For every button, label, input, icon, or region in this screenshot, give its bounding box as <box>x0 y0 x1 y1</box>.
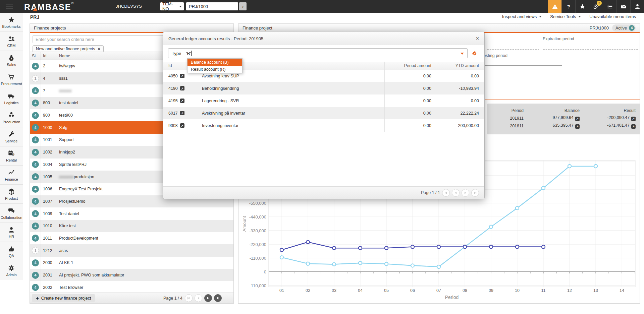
mail-icon <box>621 3 627 10</box>
sidebar-item-product[interactable]: Product <box>0 185 23 204</box>
sidebar-item-hr[interactable]: HR <box>0 223 23 242</box>
sidebar-item-rental[interactable]: $Rental <box>0 146 23 166</box>
pager-prev-button[interactable] <box>195 294 202 302</box>
menu-inspect-and-views[interactable]: Inspect and views <box>498 13 546 20</box>
sidebar-item-collaboration[interactable]: Collaboration <box>0 204 23 223</box>
column-header-period-amount[interactable]: Period amount <box>384 62 435 70</box>
expiration-period-field[interactable] <box>543 49 638 50</box>
column-header-st[interactable]: St <box>30 52 41 60</box>
pager-last-button[interactable] <box>214 294 222 302</box>
menu-icon[interactable] <box>6 4 13 10</box>
project-name: AI prosjekt. PWO som akkumulator <box>59 273 124 277</box>
status-badge: 4 <box>32 235 39 242</box>
menu-unavailable-menu-items[interactable]: Unavailable menu items <box>585 13 640 20</box>
topbar-star-button[interactable] <box>575 0 589 13</box>
sidebar-item-procurement[interactable]: Procurement <box>0 70 23 89</box>
text-cursor <box>191 51 192 56</box>
logo-registered-mark: ® <box>71 1 73 5</box>
sidebar-item-production[interactable]: Production <box>0 108 23 127</box>
gl-account-row-6017[interactable]: 6017↗Avskrivning på inventar0.0022,222.2… <box>163 107 484 119</box>
topbar-user-button[interactable] <box>630 0 644 13</box>
topbar-paperclip-button[interactable]: 2 <box>589 0 603 13</box>
pager-next-button[interactable] <box>462 189 469 197</box>
topbar-warning-button[interactable] <box>548 0 561 13</box>
menu-service-tools[interactable]: Service Tools <box>546 13 585 20</box>
table-row-2000[interactable]: 42000AI KK 1 <box>30 257 233 269</box>
topbar-help-button[interactable]: ? <box>561 0 575 13</box>
chart-line-icon <box>8 169 15 176</box>
project-id: 1001 <box>41 134 57 146</box>
topbar-mail-button[interactable] <box>616 0 630 13</box>
project-id: 1004 <box>41 159 57 171</box>
filter-value: Type = 'R' <box>172 51 191 56</box>
sidebar-item-bookmarks[interactable]: Bookmarks <box>0 13 23 32</box>
person-icon <box>8 226 15 234</box>
table-row-2002[interactable]: 42002Test Browser <box>30 281 233 294</box>
sidebar-item-label: Rental <box>6 158 17 162</box>
table-row-1010[interactable]: 41010Kåre test <box>30 220 233 232</box>
close-icon[interactable]: × <box>98 47 100 51</box>
close-icon[interactable]: × <box>476 36 479 42</box>
pager-next-button[interactable] <box>204 294 212 302</box>
pager-last-button[interactable] <box>471 189 479 197</box>
status-badge: 4 <box>32 136 39 143</box>
gear-icon[interactable] <box>472 51 477 57</box>
modal-footer: Page 1 / 1 <box>163 186 484 199</box>
dropdown-option[interactable]: Balance account (B) <box>187 59 242 66</box>
account-id: 4050 <box>168 74 178 78</box>
sidebar-item-qa[interactable]: QA <box>0 242 23 261</box>
open-link-icon[interactable]: ↗ <box>631 124 636 129</box>
svg-text:$: $ <box>12 153 14 156</box>
period-amount: 0.00 <box>384 107 435 119</box>
open-link-icon[interactable]: ↗ <box>575 124 580 129</box>
filter-combobox[interactable]: Type = 'R' <box>168 48 468 58</box>
create-finance-project-button[interactable]: + Create new finance project <box>32 294 95 302</box>
open-link-icon[interactable]: ↗ <box>180 86 184 90</box>
pager-prev-icon <box>197 296 200 300</box>
thumbs-up-icon <box>8 245 15 253</box>
open-link-icon[interactable]: ↗ <box>180 111 184 115</box>
sidebar-item-admin[interactable]: Admin <box>0 261 23 280</box>
sidebar-item-crm[interactable]: CRM <box>0 32 23 51</box>
open-link-icon[interactable]: ↗ <box>180 99 184 103</box>
status-badge: 4 <box>32 284 39 291</box>
sidebar-item-logistics[interactable]: Logistics <box>0 89 23 108</box>
status-badge[interactable]: Active 4 <box>612 24 636 32</box>
sidebar-item-sales[interactable]: $Sales <box>0 51 23 70</box>
open-link-icon[interactable]: ↗ <box>180 123 184 128</box>
project-id: 1000 <box>41 121 57 134</box>
star-icon <box>8 16 15 23</box>
program-search-input[interactable] <box>186 2 238 10</box>
gl-account-row-9003[interactable]: 9003↗Investering inventar0.00-200,000.00 <box>163 119 484 132</box>
column-header-id[interactable]: Id <box>41 52 57 60</box>
open-link-icon[interactable]: ↗ <box>575 117 580 121</box>
period-amount: 0.00 <box>384 70 435 82</box>
open-link-icon[interactable]: ↗ <box>631 117 636 121</box>
sidebar-item-finance[interactable]: Finance <box>0 166 23 185</box>
gl-account-row-4190[interactable]: 4190↗Beholdningsendring0.00-10,983.94 <box>163 82 484 95</box>
table-row-1212[interactable]: 11212asas <box>30 244 233 257</box>
column-header-ytd-amount[interactable]: YTD amount <box>435 62 484 70</box>
sidebar-item-service[interactable]: Service <box>0 127 23 146</box>
ytd-amount: 0.00 <box>435 70 484 82</box>
back-button[interactable]: ‹ <box>239 2 247 10</box>
dropdown-option[interactable]: Result account (R) <box>187 66 242 73</box>
table-row-1011[interactable]: 41011ProductDevelopment <box>30 232 233 245</box>
table-row-2001[interactable]: 42001AI prosjekt. PWO som akkumulator <box>30 269 233 281</box>
pager-prev-button[interactable] <box>452 189 460 197</box>
posting-period-field[interactable] <box>481 65 562 66</box>
table-row-1009[interactable]: 41009Test daniel <box>30 207 233 220</box>
module-sidebar: BookmarksCRM$SalesProcurementLogisticsPr… <box>0 13 23 280</box>
project-id: 2000 <box>41 257 57 269</box>
topbar-list-button[interactable] <box>603 0 616 13</box>
module-select[interactable]: TEM-NO <box>160 2 184 10</box>
field-underline[interactable] <box>487 49 539 50</box>
status-badge: 4 <box>32 87 39 94</box>
open-link-icon[interactable]: ↗ <box>180 74 184 78</box>
chevron-down-icon[interactable] <box>461 53 464 55</box>
pager-first-button[interactable] <box>185 294 193 302</box>
expiration-period-label: Expiration period <box>543 37 574 41</box>
pager-first-button[interactable] <box>442 189 450 197</box>
project-name: sss1 <box>59 76 68 81</box>
gl-account-row-4195[interactable]: 4195↗Lagerendring - SVR0.000.00 <box>163 95 484 107</box>
